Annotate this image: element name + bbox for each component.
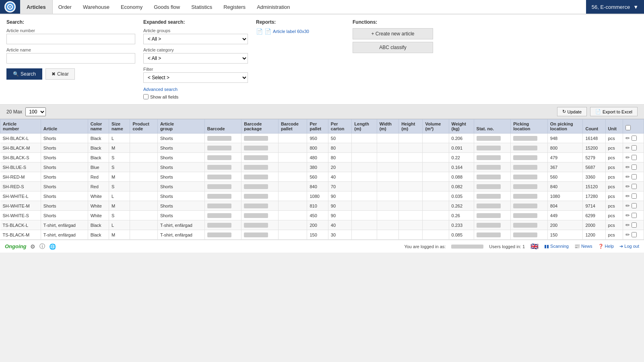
cell-edit: ✏ bbox=[623, 191, 644, 201]
edit-icon[interactable]: ✏ bbox=[625, 145, 630, 151]
article-groups-select[interactable]: < All > bbox=[143, 34, 248, 44]
article-number-input[interactable] bbox=[6, 34, 135, 44]
edit-icon[interactable]: ✏ bbox=[625, 164, 630, 170]
nav-warehouse[interactable]: Warehouse bbox=[81, 4, 111, 10]
row-checkbox[interactable] bbox=[632, 232, 637, 237]
article-category-select[interactable]: < All > bbox=[143, 53, 248, 64]
logout-link[interactable]: ➔ Log out bbox=[619, 244, 639, 249]
col-volume[interactable]: Volume(m³) bbox=[423, 119, 449, 134]
col-color-name[interactable]: Colorname bbox=[88, 119, 109, 134]
globe-icon[interactable]: 🌐 bbox=[49, 243, 56, 250]
show-all-fields-checkbox[interactable] bbox=[143, 94, 149, 99]
news-link[interactable]: 📰 News bbox=[574, 244, 592, 249]
cell-barcode-pkg bbox=[242, 211, 279, 220]
abc-classify-button[interactable]: ABC classify bbox=[353, 42, 433, 53]
clear-button[interactable]: ✖ Clear bbox=[45, 68, 75, 80]
search-button[interactable]: 🔍 Search bbox=[6, 68, 42, 80]
cell-weight: 0.088 bbox=[449, 172, 474, 182]
row-checkbox[interactable] bbox=[632, 203, 637, 208]
nav-economy[interactable]: Economy bbox=[119, 4, 144, 10]
col-height[interactable]: Height(m) bbox=[399, 119, 423, 134]
report-article-label[interactable]: 📄 📄 Article label 60x30 bbox=[256, 28, 345, 35]
col-barcode[interactable]: Barcode bbox=[204, 119, 242, 134]
select-all-checkbox[interactable] bbox=[625, 125, 631, 130]
nav-administration[interactable]: Administration bbox=[255, 4, 291, 10]
company-name: 56, E-commerce bbox=[592, 4, 630, 10]
cell-width bbox=[377, 153, 399, 162]
cell-count: 9714 bbox=[583, 201, 605, 211]
col-article-number[interactable]: Articlenumber bbox=[0, 119, 41, 134]
cell-count: 1200 bbox=[583, 230, 605, 240]
edit-icon[interactable]: ✏ bbox=[625, 232, 630, 238]
nav-statistics[interactable]: Statistics bbox=[190, 4, 214, 10]
row-checkbox[interactable] bbox=[632, 174, 637, 179]
col-on-picking-location[interactable]: On pickinglocation bbox=[547, 119, 583, 134]
col-article-group[interactable]: Articlegroup bbox=[157, 119, 204, 134]
advanced-search-link[interactable]: Advanced search bbox=[143, 87, 248, 92]
info-icon[interactable]: ⓘ bbox=[39, 243, 45, 250]
settings-icon[interactable]: ⚙ bbox=[30, 243, 35, 250]
cell-art-group: T-shirt, enfärgad bbox=[157, 230, 204, 240]
table-row: TS-BLACK-LT-shirt, enfärgadBlackLT-shirt… bbox=[0, 220, 644, 230]
col-article[interactable]: Article bbox=[41, 119, 88, 134]
max-select[interactable]: 100 bbox=[25, 107, 46, 116]
edit-icon[interactable]: ✏ bbox=[625, 174, 630, 180]
row-checkbox[interactable] bbox=[632, 136, 637, 141]
col-length[interactable]: Length(m) bbox=[352, 119, 377, 134]
row-checkbox[interactable] bbox=[632, 155, 637, 160]
row-checkbox[interactable] bbox=[632, 193, 637, 199]
col-count[interactable]: Count bbox=[583, 119, 605, 134]
article-name-input[interactable] bbox=[6, 53, 135, 64]
cell-per-carton: 80 bbox=[328, 143, 352, 153]
col-per-carton[interactable]: Percarton bbox=[328, 119, 352, 134]
row-checkbox[interactable] bbox=[632, 222, 637, 228]
col-stat-no[interactable]: Stat. no. bbox=[474, 119, 511, 134]
col-width[interactable]: Width(m) bbox=[377, 119, 399, 134]
export-excel-button[interactable]: 📄 Export to Excel bbox=[590, 107, 638, 116]
cell-edit: ✏ bbox=[623, 162, 644, 172]
cell-length bbox=[352, 182, 377, 191]
edit-icon[interactable]: ✏ bbox=[625, 183, 630, 189]
col-unit[interactable]: Unit bbox=[605, 119, 623, 134]
edit-icon[interactable]: ✏ bbox=[625, 212, 630, 218]
row-checkbox[interactable] bbox=[632, 165, 637, 170]
edit-icon[interactable]: ✏ bbox=[625, 203, 630, 209]
edit-icon[interactable]: ✏ bbox=[625, 135, 630, 141]
cell-picking-loc bbox=[511, 162, 548, 172]
help-link[interactable]: ❓ Help bbox=[598, 244, 614, 249]
row-checkbox[interactable] bbox=[632, 184, 637, 189]
filter-select[interactable]: < Select > bbox=[143, 72, 248, 83]
col-barcode-package[interactable]: Barcodepackage bbox=[242, 119, 279, 134]
scanning-link[interactable]: ▮▮ Scanning bbox=[544, 244, 569, 249]
row-checkbox[interactable] bbox=[632, 213, 637, 218]
edit-icon[interactable]: ✏ bbox=[625, 193, 630, 199]
cell-prod-code bbox=[130, 172, 157, 182]
row-checkbox[interactable] bbox=[632, 145, 637, 150]
cell-barcode-pallet bbox=[278, 153, 307, 162]
edit-icon[interactable]: ✏ bbox=[625, 154, 630, 160]
nav-goods-flow[interactable]: Goods flow bbox=[152, 4, 182, 10]
col-size-name[interactable]: Sizename bbox=[109, 119, 130, 134]
cell-length bbox=[352, 220, 377, 230]
cell-art-group: Shorts bbox=[157, 182, 204, 191]
cell-prod-code bbox=[130, 182, 157, 191]
cell-on-picking-loc: 560 bbox=[547, 172, 583, 182]
edit-icon[interactable]: ✏ bbox=[625, 222, 630, 228]
create-new-article-button[interactable]: + Create new article bbox=[353, 28, 433, 39]
company-selector[interactable]: 56, E-commerce ▼ bbox=[586, 0, 644, 14]
col-per-pallet[interactable]: Perpallet bbox=[307, 119, 328, 134]
cell-weight: 0.091 bbox=[449, 143, 474, 153]
col-weight[interactable]: Weight(kg) bbox=[449, 119, 474, 134]
cell-per-carton: 50 bbox=[328, 134, 352, 143]
cell-count: 15120 bbox=[583, 182, 605, 191]
nav-registers[interactable]: Registers bbox=[222, 4, 247, 10]
cell-stat-no bbox=[474, 220, 511, 230]
articles-tab[interactable]: Articles bbox=[20, 0, 53, 14]
col-barcode-pallet[interactable]: Barcodepallet bbox=[278, 119, 307, 134]
search-icon: 🔍 bbox=[13, 71, 19, 77]
nav-order[interactable]: Order bbox=[57, 4, 73, 10]
update-button[interactable]: ↻ Update bbox=[557, 107, 587, 116]
col-product-code[interactable]: Productcode bbox=[130, 119, 157, 134]
cell-picking-loc bbox=[511, 191, 548, 201]
col-picking-location[interactable]: Pickinglocation bbox=[511, 119, 548, 134]
